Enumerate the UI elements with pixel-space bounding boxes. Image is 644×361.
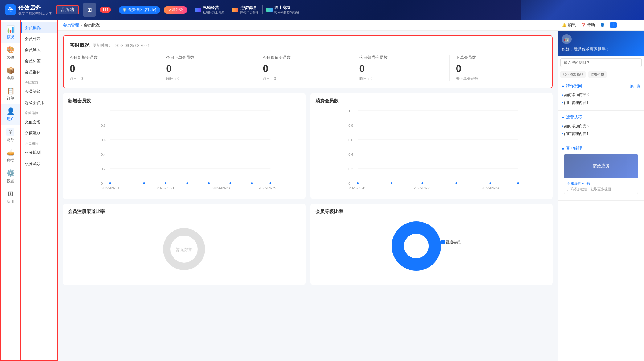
help-button[interactable]: ❓ 帮助 xyxy=(581,22,595,28)
quick-link-pricing[interactable]: 收费价格 xyxy=(588,71,607,78)
sec-section-points: 会员积分 xyxy=(21,139,57,147)
chat-input[interactable] xyxy=(560,58,642,67)
sec-item-balance-flow[interactable]: 余额流水 xyxy=(21,128,57,139)
chart-consuming-members-title: 消费会员数 xyxy=(315,98,548,104)
sec-item-recharge[interactable]: 充值套餐 xyxy=(21,117,57,128)
nav-item-private[interactable]: 私域经营 私域经营工具箱 xyxy=(195,5,224,15)
sec-item-tags[interactable]: 会员标签 xyxy=(21,55,57,67)
settings-icon: ⚙️ xyxy=(6,169,15,177)
notification-label: 消息 xyxy=(568,22,576,28)
nav-item-chain[interactable]: 连锁管理 连锁门店管理 xyxy=(232,5,259,15)
breadcrumb-parent[interactable]: 会员管理 xyxy=(63,22,79,28)
breadcrumb-separator: - xyxy=(81,23,82,27)
nav-item-shop-label: 线上商城 xyxy=(274,5,299,10)
realtime-metrics: 今日新增会员数 0 昨日：0 今日下单会员数 0 昨日：0 今日储值会员数 0 … xyxy=(70,55,546,81)
svg-text:1: 1 xyxy=(101,109,103,113)
users-icon: 👤 xyxy=(6,107,15,115)
sidebar-label-settings: 设置 xyxy=(7,178,14,184)
sec-section-balance: 余额储值 xyxy=(21,108,57,117)
nav-item-chain-sub: 连锁门店管理 xyxy=(240,10,259,15)
bell-icon: 🔔 xyxy=(562,23,567,27)
help-label: 帮助 xyxy=(587,22,595,28)
sidebar-item-users[interactable]: 👤 用户 xyxy=(1,104,20,125)
content-area: 会员管理 - 会员概况 实时概况 更新时间： 2023-09-25 08:30:… xyxy=(58,20,558,361)
metric-coupon-members-label: 今日领券会员数 xyxy=(359,55,443,60)
change-button[interactable]: 换一换 xyxy=(630,84,640,88)
sec-item-groups[interactable]: 会员群体 xyxy=(21,67,57,78)
ops-link-2[interactable]: 门店管理内容1 xyxy=(562,130,640,138)
metric-new-members-label: 今日新增会员数 xyxy=(70,55,154,60)
customer-card: 倍效店务 企服经理-小数 扫码添加微信，获取更多视频 xyxy=(564,154,638,194)
sec-item-supercard[interactable]: 超级会员卡 xyxy=(21,97,57,108)
free-badge[interactable]: 🛡️ 免费版[小店扶持] xyxy=(119,6,160,14)
right-panel: 🔔 消息 ❓ 帮助 👤 1 🤖 你好，我是你的商家助手！ xyxy=(558,20,644,361)
faq-link-2[interactable]: 门店管理内容1 xyxy=(562,99,640,107)
brand-button[interactable]: 品牌端 xyxy=(56,5,79,14)
ops-link-1[interactable]: 如何添加商品？ xyxy=(562,122,640,130)
metric-coupon-members: 今日领券会员数 0 昨日：0 xyxy=(353,55,450,81)
chart-member-level-content: 普通会员 xyxy=(315,218,548,280)
chart-consuming-members-svg: 1 0.8 0.6 0.4 0.2 0 xyxy=(315,108,548,194)
user-avatar-button[interactable]: 👤 xyxy=(600,23,605,27)
svg-text:暂无数据: 暂无数据 xyxy=(175,247,193,252)
circle-icon: ● xyxy=(562,84,564,88)
sidebar-label-data: 数据 xyxy=(7,158,14,163)
chart-new-members: 新增会员数 1 0.8 0.6 0.4 0.2 0 xyxy=(63,93,306,199)
customer-section-title: ● 客户经理 xyxy=(562,146,640,151)
svg-text:0.8: 0.8 xyxy=(101,124,105,127)
sidebar-label-users: 用户 xyxy=(7,117,14,122)
sidebar-item-data[interactable]: 🥧 数据 xyxy=(1,146,20,166)
sec-item-level[interactable]: 会员等级 xyxy=(21,86,57,97)
sidebar-label-goods: 商品 xyxy=(7,76,14,81)
nav-item-private-label: 私域经营 xyxy=(203,5,224,10)
grid-icon-button[interactable]: ⊞ xyxy=(83,3,96,17)
sidebar-label-decorate: 装修 xyxy=(7,55,14,60)
sidebar-item-settings[interactable]: ⚙️ 设置 xyxy=(1,166,20,187)
charts-row: 新增会员数 1 0.8 0.6 0.4 0.2 0 xyxy=(63,93,553,199)
sidebar-label-overview: 概况 xyxy=(7,35,14,40)
main-content: 实时概况 更新时间： 2023-09-25 08:30:21 今日新增会员数 0… xyxy=(58,31,558,295)
sidebar-item-overview[interactable]: 📊 概况 xyxy=(1,22,20,43)
sec-item-import[interactable]: 会员导入 xyxy=(21,44,57,55)
svg-point-17 xyxy=(229,182,231,184)
nav-item-shop[interactable]: 线上商城 轻松构建您的商城 xyxy=(266,5,299,15)
realtime-title: 实时概况 xyxy=(70,42,89,49)
chart-registration-channel: 会员注册渠道比率 暂无数据 xyxy=(63,204,306,285)
sidebar-item-goods[interactable]: 📦 商品 xyxy=(1,64,20,84)
chain-icon xyxy=(232,8,238,12)
sidebar-item-orders[interactable]: 📋 订单 xyxy=(1,84,20,104)
ops-title-text: 运营技巧 xyxy=(566,114,582,120)
svg-text:2023-09-19: 2023-09-19 xyxy=(349,186,366,190)
metric-order-members: 今日下单会员数 0 昨日：0 xyxy=(160,55,256,81)
chart-new-members-title: 新增会员数 xyxy=(68,98,301,104)
notification-button[interactable]: 🔔 消息 xyxy=(562,22,576,28)
svg-text:2023-09-25: 2023-09-25 xyxy=(259,186,276,190)
sidebar-item-finance[interactable]: ¥ 财务 xyxy=(1,125,20,146)
nav-divider-2 xyxy=(191,5,191,14)
svg-text:0: 0 xyxy=(348,182,350,185)
svg-point-15 xyxy=(186,182,188,184)
metric-coupon-members-value: 0 xyxy=(359,63,443,74)
sec-item-list[interactable]: 会员列表 xyxy=(21,33,57,44)
sec-item-points-flow[interactable]: 积分流水 xyxy=(21,158,57,169)
quick-link-add-goods[interactable]: 如何添加商品 xyxy=(560,71,586,78)
ops-section-title: ● 运营技巧 xyxy=(562,114,640,120)
svg-point-12 xyxy=(109,182,111,184)
svg-text:0: 0 xyxy=(101,182,103,185)
sec-item-points-rules[interactable]: 积分规则 xyxy=(21,147,57,158)
sidebar-label-finance: 财务 xyxy=(7,137,14,142)
shop-icon xyxy=(266,8,273,12)
sidebar-item-apps[interactable]: ⊞ 应用 xyxy=(1,187,20,207)
sidebar-item-decorate[interactable]: 🎨 装修 xyxy=(1,43,20,64)
customer-name[interactable]: 企服经理-小数 xyxy=(567,181,635,186)
sidebar-label-apps: 应用 xyxy=(7,199,14,204)
svg-text:普通会员: 普通会员 xyxy=(446,240,461,244)
chat-avatar-area: 🤖 xyxy=(562,34,572,44)
member-level-svg: 普通会员 xyxy=(315,218,548,274)
metric-ordered-members-label: 下单会员数 xyxy=(456,55,540,60)
upgrade-button[interactable]: 立即升级 xyxy=(164,6,187,14)
metric-order-members-label: 今日下单会员数 xyxy=(166,55,250,60)
faq-link-1[interactable]: 如何添加商品？ xyxy=(562,91,640,99)
sec-item-overview[interactable]: 会员概况 xyxy=(21,22,57,33)
metric-stored-members-sub: 昨日：0 xyxy=(263,76,347,81)
